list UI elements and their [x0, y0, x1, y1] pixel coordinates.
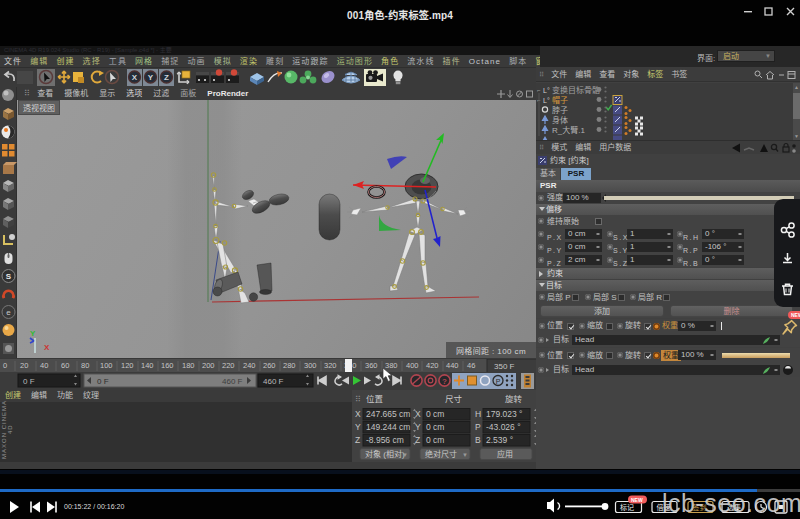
- svg-text:X: X: [355, 409, 361, 419]
- svg-text:身体: 身体: [552, 115, 568, 125]
- svg-text:0 cm: 0 cm: [426, 435, 444, 445]
- svg-text:179.023 °: 179.023 °: [486, 409, 523, 419]
- svg-text:200: 200: [202, 361, 215, 370]
- svg-text:位置: 位置: [366, 394, 384, 404]
- svg-text:▼: ▼: [462, 452, 468, 458]
- svg-text:0 F: 0 F: [23, 377, 35, 386]
- svg-text:P: P: [496, 378, 501, 385]
- svg-text:2.539 °: 2.539 °: [486, 435, 513, 445]
- svg-text:S: S: [6, 272, 12, 281]
- svg-text:标记: 标记: [620, 503, 634, 512]
- svg-text:0 cm: 0 cm: [426, 409, 444, 419]
- svg-text:0 cm: 0 cm: [426, 422, 444, 432]
- svg-text:360: 360: [365, 361, 378, 370]
- svg-text:60: 60: [61, 361, 69, 370]
- svg-text:Y: Y: [148, 73, 154, 82]
- svg-text:Z: Z: [415, 435, 420, 445]
- svg-text:400: 400: [406, 361, 419, 370]
- svg-text:140: 140: [141, 361, 154, 370]
- svg-text:320: 320: [324, 361, 337, 370]
- svg-text:脖子: 脖子: [552, 105, 568, 115]
- svg-text:240: 240: [243, 361, 256, 370]
- svg-text:NEW: NEW: [631, 497, 643, 503]
- svg-text:460 F: 460 F: [222, 377, 243, 386]
- svg-text:e: e: [6, 308, 11, 317]
- svg-text:80: 80: [81, 361, 89, 370]
- svg-text:旋转: 旋转: [505, 394, 523, 404]
- svg-text:尺寸: 尺寸: [445, 394, 463, 404]
- svg-text:160: 160: [161, 361, 174, 370]
- svg-text:?: ?: [442, 377, 447, 386]
- svg-text:40: 40: [40, 361, 48, 370]
- svg-text:应用: 应用: [497, 449, 513, 459]
- svg-text:220: 220: [222, 361, 235, 370]
- svg-text:420: 420: [426, 361, 439, 370]
- svg-text:B: B: [475, 435, 481, 445]
- svg-text:绝对尺寸: 绝对尺寸: [425, 449, 457, 459]
- svg-text:-43.026 °: -43.026 °: [486, 422, 521, 432]
- svg-text:R_大臂.1: R_大臂.1: [552, 125, 585, 135]
- svg-text:Z: Z: [164, 73, 169, 82]
- svg-text:00:15:22 / 00:16:20: 00:15:22 / 00:16:20: [64, 503, 124, 510]
- svg-text:变换目标骨骼: 变换目标骨骼: [552, 85, 600, 95]
- svg-text:180: 180: [182, 361, 195, 370]
- svg-text:对象 (相对): 对象 (相对): [365, 449, 405, 459]
- svg-text:20: 20: [20, 361, 28, 370]
- svg-text:350 F: 350 F: [494, 362, 515, 371]
- svg-text:260: 260: [263, 361, 276, 370]
- svg-text:0: 0: [3, 361, 7, 370]
- svg-text:⠿: ⠿: [355, 395, 361, 404]
- svg-text:P: P: [475, 422, 481, 432]
- svg-text:H: H: [475, 409, 481, 419]
- svg-text:⌐: ⌐: [537, 87, 541, 93]
- svg-text:▼: ▼: [402, 452, 408, 458]
- svg-text:帽子: 帽子: [552, 95, 568, 105]
- svg-text:Y: Y: [30, 329, 36, 338]
- svg-text:-8.956 cm: -8.956 cm: [366, 435, 404, 445]
- svg-text:120: 120: [121, 361, 134, 370]
- svg-text:X: X: [44, 343, 50, 352]
- svg-text:X: X: [415, 409, 421, 419]
- svg-text:46: 46: [467, 361, 475, 370]
- svg-text:100: 100: [100, 361, 113, 370]
- svg-text:0 F: 0 F: [97, 377, 109, 386]
- svg-text:440: 440: [446, 361, 459, 370]
- svg-text:Y: Y: [415, 422, 421, 432]
- svg-text:300: 300: [304, 361, 317, 370]
- svg-text:X: X: [132, 73, 138, 82]
- svg-text:247.665 cm: 247.665 cm: [366, 409, 410, 419]
- svg-text:L°: L°: [543, 97, 550, 104]
- svg-text:Y: Y: [355, 422, 361, 432]
- svg-text:Z: Z: [355, 435, 360, 445]
- svg-text:460 F: 460 F: [263, 377, 284, 386]
- svg-text:149.244 cm: 149.244 cm: [366, 422, 410, 432]
- svg-text:280: 280: [283, 361, 296, 370]
- svg-text:L°: L°: [543, 87, 550, 94]
